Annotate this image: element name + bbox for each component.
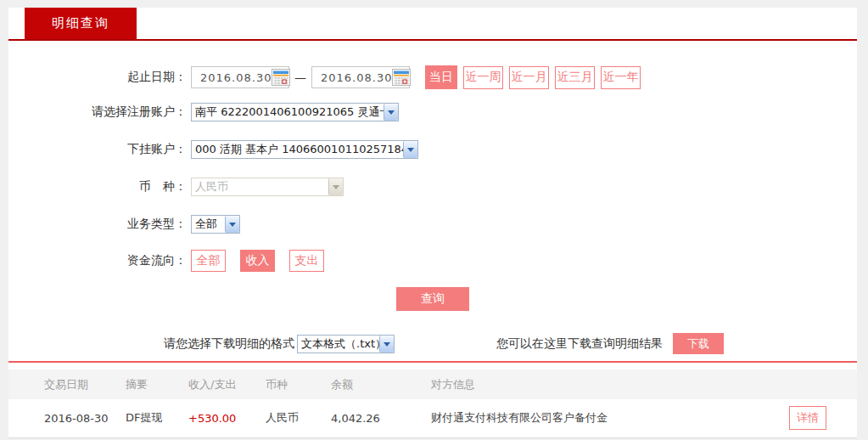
quick-week-button[interactable]: 近一周 [463, 66, 503, 89]
register-account-label: 请选择注册账户： [8, 104, 187, 120]
query-form: 起止日期： 2016.08.30 — 2016.08.30 [8, 41, 857, 354]
header-date: 交易日期 [44, 377, 126, 392]
business-type-label: 业务类型： [8, 217, 187, 232]
table-divider [8, 361, 857, 363]
sub-account-select[interactable]: 000 活期 基本户 1406600101102571848 [191, 140, 418, 159]
currency-value: 人民币 [192, 178, 328, 195]
detail-button[interactable]: 详情 [789, 406, 826, 430]
fund-flow-row: 资金流向： 全部 收入 支出 [8, 250, 857, 272]
quick-month-button[interactable]: 近一月 [509, 66, 549, 89]
sub-account-label: 下挂账户： [8, 142, 187, 157]
quick-today-button[interactable]: 当日 [425, 65, 457, 89]
calendar-icon[interactable] [272, 69, 290, 86]
chevron-down-icon [328, 178, 343, 195]
currency-select: 人民币 [191, 178, 344, 196]
chevron-down-icon [403, 141, 417, 158]
query-button-wrap: 查询 [8, 287, 857, 311]
quick-year-button[interactable]: 近一年 [601, 66, 641, 89]
download-format-value: 文本格式（.txt） [298, 336, 379, 353]
download-format-label: 请您选择下载明细的格式 [164, 336, 294, 352]
business-type-value: 全部 [192, 216, 225, 233]
quick-quarter-button[interactable]: 近三月 [555, 66, 595, 89]
business-type-row: 业务类型： 全部 [8, 215, 857, 234]
cell-date: 2016-08-30 [44, 412, 126, 425]
fund-flow-label: 资金流向： [8, 253, 187, 268]
header-balance: 余额 [331, 377, 431, 392]
date-range-label: 起止日期： [8, 70, 187, 85]
register-account-row: 请选择注册账户： 南平 6222001406100921065 灵通卡 [8, 103, 857, 121]
detail-query-panel: 明细查询 起止日期： 2016.08.30 — [8, 8, 857, 438]
start-date-input[interactable]: 2016.08.30 [191, 66, 289, 88]
end-date-value: 2016.08.30 [321, 71, 392, 84]
cell-counterparty: 财付通支付科技有限公司客户备付金 [431, 410, 781, 426]
fund-flow-all-button[interactable]: 全部 [191, 250, 226, 272]
table-header: 交易日期 摘要 收入/支出 币种 余额 对方信息 [8, 369, 857, 399]
cell-balance: 4,042.26 [331, 412, 431, 425]
header-summary: 摘要 [126, 377, 188, 392]
download-button[interactable]: 下载 [673, 333, 724, 354]
currency-row: 币 种： 人民币 [8, 178, 857, 196]
end-date-input[interactable]: 2016.08.30 [311, 66, 410, 88]
date-range-dash: — [294, 71, 306, 84]
register-account-value: 南平 6222001406100921065 灵通卡 [192, 104, 384, 121]
currency-label: 币 种： [8, 179, 187, 195]
chevron-down-icon [384, 104, 398, 121]
tab-detail-query[interactable]: 明细查询 [25, 8, 137, 39]
chevron-down-icon [379, 336, 394, 353]
fund-flow-expense-button[interactable]: 支出 [289, 250, 324, 272]
download-hint: 您可以在这里下载查询明细结果 [496, 336, 663, 352]
date-range-row: 起止日期： 2016.08.30 — 2016.08.30 [8, 65, 857, 89]
header-counterparty: 对方信息 [431, 377, 781, 392]
fund-flow-income-button[interactable]: 收入 [240, 250, 275, 272]
tab-bar: 明细查询 [8, 8, 857, 39]
query-button[interactable]: 查询 [396, 287, 469, 311]
header-currency: 币种 [266, 377, 331, 392]
cell-summary: DF提现 [126, 410, 188, 426]
download-row: 请您选择下载明细的格式 文本格式（.txt） 您可以在这里下载查询明细结果 下载 [164, 333, 857, 354]
sub-account-row: 下挂账户： 000 活期 基本户 1406600101102571848 [8, 140, 857, 159]
download-format-select[interactable]: 文本格式（.txt） [297, 335, 395, 353]
calendar-icon[interactable] [392, 69, 411, 86]
chevron-down-icon [225, 216, 239, 233]
sub-account-value: 000 活期 基本户 1406600101102571848 [192, 141, 403, 158]
start-date-value: 2016.08.30 [200, 71, 272, 84]
register-account-select[interactable]: 南平 6222001406100921065 灵通卡 [191, 103, 399, 121]
header-amount: 收入/支出 [188, 377, 266, 392]
business-type-select[interactable]: 全部 [191, 215, 240, 234]
cell-currency: 人民币 [266, 410, 331, 426]
cell-amount: +530.00 [188, 412, 266, 425]
table-row: 2016-08-30 DF提现 +530.00 人民币 4,042.26 财付通… [8, 399, 857, 437]
